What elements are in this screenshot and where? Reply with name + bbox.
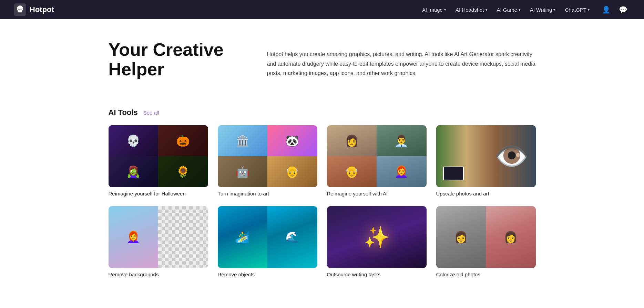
tool-label-upscale: Upscale photos and art — [436, 191, 536, 197]
nav-item-ai-writing[interactable]: AI Writing ▾ — [526, 4, 560, 15]
chevron-down-icon: ▾ — [485, 8, 487, 12]
nav-user-icons: 👤 💬 — [599, 4, 630, 15]
user-icon[interactable]: 👤 — [599, 4, 613, 15]
tool-card-removebg[interactable]: 👩‍🦰 Remove backgrounds — [109, 206, 208, 277]
tool-card-halloween[interactable]: 💀 🎃 🧟‍♀️ 🌻 Reimagine yourself for Hallow… — [109, 125, 208, 197]
logo-text: Hotpot — [30, 5, 54, 14]
tool-label-removebg: Remove backgrounds — [109, 272, 208, 277]
logo[interactable]: Hotpot — [14, 3, 54, 16]
chevron-down-icon: ▾ — [519, 8, 520, 12]
logo-icon — [14, 3, 26, 16]
see-all-link[interactable]: See all — [143, 110, 159, 116]
chevron-down-icon: ▾ — [588, 8, 590, 12]
section-title: AI Tools — [109, 108, 138, 117]
tool-label-removeobj: Remove objects — [218, 272, 317, 277]
chevron-down-icon: ▾ — [553, 8, 555, 12]
tool-label-halloween: Reimagine yourself for Halloween — [109, 191, 208, 197]
svg-point-2 — [21, 9, 22, 10]
hero-left: Your Creative Helper — [109, 40, 246, 87]
nav-links: AI Image ▾ AI Headshot ▾ AI Game ▾ AI Wr… — [418, 4, 630, 15]
tool-card-headshot[interactable]: 👩 👨‍💼 👴 👩‍🦰 Reimagine yourself with AI — [327, 125, 427, 197]
sparkle-icon: ✨ — [364, 225, 390, 249]
nav-item-chatgpt[interactable]: ChatGPT ▾ — [561, 4, 594, 15]
tool-label-art: Turn imagination to art — [218, 191, 317, 197]
nav-item-ai-image[interactable]: AI Image ▾ — [418, 4, 450, 15]
tool-card-removeobj[interactable]: 🏄‍♂️ 🌊 Remove objects — [218, 206, 317, 277]
hero-right: Hotpot helps you create amazing graphics… — [267, 40, 536, 87]
section-header: AI Tools See all — [109, 108, 536, 117]
hero-description: Hotpot helps you create amazing graphics… — [267, 50, 536, 78]
tool-card-art[interactable]: 🏛️ 🐼 🤖 👴 Turn imagination to art — [218, 125, 317, 197]
tool-card-colorize[interactable]: 👩 👩 Colorize old photos — [436, 206, 536, 277]
chat-icon[interactable]: 💬 — [616, 4, 630, 15]
tool-card-upscale[interactable]: 👁️ Upscale photos and art — [436, 125, 536, 197]
nav-item-ai-game[interactable]: AI Game ▾ — [493, 4, 524, 15]
tool-card-writing[interactable]: ✨ Outsource writing tasks — [327, 206, 427, 277]
main-content: Your Creative Helper Hotpot helps you cr… — [81, 19, 563, 291]
hero-section: Your Creative Helper Hotpot helps you cr… — [109, 40, 536, 87]
navbar: Hotpot AI Image ▾ AI Headshot ▾ AI Game … — [0, 0, 644, 19]
svg-point-1 — [19, 9, 20, 10]
tools-grid: 💀 🎃 🧟‍♀️ 🌻 Reimagine yourself for Hallow… — [109, 125, 536, 277]
chevron-down-icon: ▾ — [444, 8, 446, 12]
nav-item-ai-headshot[interactable]: AI Headshot ▾ — [451, 4, 491, 15]
hero-title: Your Creative Helper — [109, 40, 246, 79]
tool-label-headshot: Reimagine yourself with AI — [327, 191, 427, 197]
tool-label-colorize: Colorize old photos — [436, 272, 536, 277]
tool-label-writing: Outsource writing tasks — [327, 272, 427, 277]
